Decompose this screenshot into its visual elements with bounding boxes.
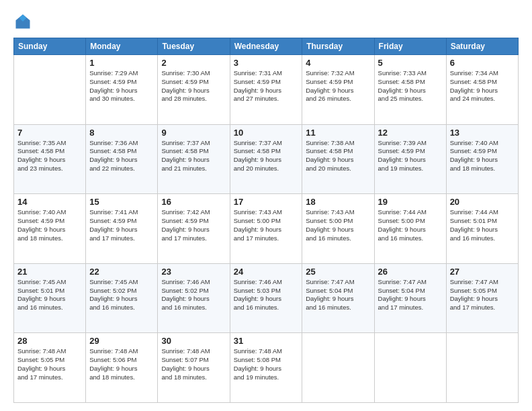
day-number: 10 xyxy=(234,128,299,138)
day-number: 25 xyxy=(306,267,370,277)
header-row: SundayMondayTuesdayWednesdayThursdayFrid… xyxy=(14,38,519,55)
day-number: 15 xyxy=(89,197,154,207)
day-number: 20 xyxy=(450,197,515,207)
day-info: Sunrise: 7:40 AM Sunset: 4:59 PM Dayligh… xyxy=(450,139,515,173)
day-cell: 2Sunrise: 7:30 AM Sunset: 4:59 PM Daylig… xyxy=(158,55,230,125)
day-info: Sunrise: 7:47 AM Sunset: 5:04 PM Dayligh… xyxy=(378,278,443,312)
day-cell: 23Sunrise: 7:46 AM Sunset: 5:02 PM Dayli… xyxy=(158,263,230,333)
day-cell: 26Sunrise: 7:47 AM Sunset: 5:04 PM Dayli… xyxy=(374,263,446,333)
day-info: Sunrise: 7:36 AM Sunset: 4:58 PM Dayligh… xyxy=(89,139,154,173)
day-number: 28 xyxy=(17,336,82,346)
day-number: 27 xyxy=(450,267,515,277)
week-row-4: 21Sunrise: 7:45 AM Sunset: 5:01 PM Dayli… xyxy=(14,263,519,333)
day-info: Sunrise: 7:48 AM Sunset: 5:07 PM Dayligh… xyxy=(161,347,226,381)
column-header-tuesday: Tuesday xyxy=(158,38,230,55)
day-info: Sunrise: 7:48 AM Sunset: 5:08 PM Dayligh… xyxy=(234,347,299,381)
day-info: Sunrise: 7:40 AM Sunset: 4:59 PM Dayligh… xyxy=(17,208,82,242)
day-info: Sunrise: 7:47 AM Sunset: 5:05 PM Dayligh… xyxy=(450,278,515,312)
day-number: 9 xyxy=(161,128,226,138)
day-cell: 16Sunrise: 7:42 AM Sunset: 4:59 PM Dayli… xyxy=(158,194,230,264)
day-info: Sunrise: 7:33 AM Sunset: 4:58 PM Dayligh… xyxy=(378,69,443,103)
day-number: 30 xyxy=(161,336,226,346)
day-number: 18 xyxy=(306,197,370,207)
day-cell: 8Sunrise: 7:36 AM Sunset: 4:58 PM Daylig… xyxy=(86,124,158,194)
day-cell: 29Sunrise: 7:48 AM Sunset: 5:06 PM Dayli… xyxy=(86,333,158,403)
logo-icon xyxy=(13,12,32,31)
day-cell: 31Sunrise: 7:48 AM Sunset: 5:08 PM Dayli… xyxy=(230,333,302,403)
day-cell: 6Sunrise: 7:34 AM Sunset: 4:58 PM Daylig… xyxy=(446,55,518,125)
header xyxy=(13,12,519,31)
day-cell: 21Sunrise: 7:45 AM Sunset: 5:01 PM Dayli… xyxy=(14,263,86,333)
day-cell: 22Sunrise: 7:45 AM Sunset: 5:02 PM Dayli… xyxy=(86,263,158,333)
day-info: Sunrise: 7:47 AM Sunset: 5:04 PM Dayligh… xyxy=(306,278,370,312)
day-number: 31 xyxy=(234,336,299,346)
day-info: Sunrise: 7:32 AM Sunset: 4:59 PM Dayligh… xyxy=(306,69,370,103)
week-row-1: 1Sunrise: 7:29 AM Sunset: 4:59 PM Daylig… xyxy=(14,55,519,125)
column-header-monday: Monday xyxy=(86,38,158,55)
day-cell: 3Sunrise: 7:31 AM Sunset: 4:59 PM Daylig… xyxy=(230,55,302,125)
day-cell xyxy=(14,55,86,125)
day-info: Sunrise: 7:44 AM Sunset: 5:01 PM Dayligh… xyxy=(450,208,515,242)
day-info: Sunrise: 7:29 AM Sunset: 4:59 PM Dayligh… xyxy=(89,69,154,103)
day-cell: 14Sunrise: 7:40 AM Sunset: 4:59 PM Dayli… xyxy=(14,194,86,264)
week-row-5: 28Sunrise: 7:48 AM Sunset: 5:05 PM Dayli… xyxy=(14,333,519,403)
day-info: Sunrise: 7:38 AM Sunset: 4:58 PM Dayligh… xyxy=(306,139,370,173)
day-number: 19 xyxy=(378,197,443,207)
day-cell: 30Sunrise: 7:48 AM Sunset: 5:07 PM Dayli… xyxy=(158,333,230,403)
column-header-sunday: Sunday xyxy=(14,38,86,55)
day-number: 3 xyxy=(234,58,299,68)
day-info: Sunrise: 7:41 AM Sunset: 4:59 PM Dayligh… xyxy=(89,208,154,242)
day-number: 22 xyxy=(89,267,154,277)
day-cell: 25Sunrise: 7:47 AM Sunset: 5:04 PM Dayli… xyxy=(302,263,374,333)
day-number: 29 xyxy=(89,336,154,346)
week-row-2: 7Sunrise: 7:35 AM Sunset: 4:58 PM Daylig… xyxy=(14,124,519,194)
day-number: 21 xyxy=(17,267,82,277)
day-info: Sunrise: 7:45 AM Sunset: 5:01 PM Dayligh… xyxy=(17,278,82,312)
day-info: Sunrise: 7:30 AM Sunset: 4:59 PM Dayligh… xyxy=(161,69,226,103)
day-cell: 27Sunrise: 7:47 AM Sunset: 5:05 PM Dayli… xyxy=(446,263,518,333)
day-cell: 7Sunrise: 7:35 AM Sunset: 4:58 PM Daylig… xyxy=(14,124,86,194)
day-cell xyxy=(374,333,446,403)
day-cell: 20Sunrise: 7:44 AM Sunset: 5:01 PM Dayli… xyxy=(446,194,518,264)
day-cell: 18Sunrise: 7:43 AM Sunset: 5:00 PM Dayli… xyxy=(302,194,374,264)
week-row-3: 14Sunrise: 7:40 AM Sunset: 4:59 PM Dayli… xyxy=(14,194,519,264)
column-header-wednesday: Wednesday xyxy=(230,38,302,55)
day-cell: 28Sunrise: 7:48 AM Sunset: 5:05 PM Dayli… xyxy=(14,333,86,403)
day-number: 8 xyxy=(89,128,154,138)
calendar: SundayMondayTuesdayWednesdayThursdayFrid… xyxy=(13,38,519,403)
day-info: Sunrise: 7:43 AM Sunset: 5:00 PM Dayligh… xyxy=(306,208,370,242)
day-cell xyxy=(446,333,518,403)
day-number: 23 xyxy=(161,267,226,277)
day-number: 16 xyxy=(161,197,226,207)
day-number: 7 xyxy=(17,128,82,138)
column-header-thursday: Thursday xyxy=(302,38,374,55)
day-number: 24 xyxy=(234,267,299,277)
day-number: 12 xyxy=(378,128,443,138)
logo xyxy=(13,12,35,31)
column-header-saturday: Saturday xyxy=(446,38,518,55)
day-cell: 17Sunrise: 7:43 AM Sunset: 5:00 PM Dayli… xyxy=(230,194,302,264)
day-number: 4 xyxy=(306,58,370,68)
day-info: Sunrise: 7:44 AM Sunset: 5:00 PM Dayligh… xyxy=(378,208,443,242)
day-info: Sunrise: 7:43 AM Sunset: 5:00 PM Dayligh… xyxy=(234,208,299,242)
day-cell: 19Sunrise: 7:44 AM Sunset: 5:00 PM Dayli… xyxy=(374,194,446,264)
day-number: 1 xyxy=(89,58,154,68)
day-info: Sunrise: 7:45 AM Sunset: 5:02 PM Dayligh… xyxy=(89,278,154,312)
day-number: 17 xyxy=(234,197,299,207)
day-cell: 9Sunrise: 7:37 AM Sunset: 4:58 PM Daylig… xyxy=(158,124,230,194)
day-info: Sunrise: 7:31 AM Sunset: 4:59 PM Dayligh… xyxy=(234,69,299,103)
day-info: Sunrise: 7:46 AM Sunset: 5:02 PM Dayligh… xyxy=(161,278,226,312)
day-cell: 11Sunrise: 7:38 AM Sunset: 4:58 PM Dayli… xyxy=(302,124,374,194)
day-cell: 1Sunrise: 7:29 AM Sunset: 4:59 PM Daylig… xyxy=(86,55,158,125)
day-info: Sunrise: 7:37 AM Sunset: 4:58 PM Dayligh… xyxy=(234,139,299,173)
day-info: Sunrise: 7:39 AM Sunset: 4:59 PM Dayligh… xyxy=(378,139,443,173)
day-cell: 10Sunrise: 7:37 AM Sunset: 4:58 PM Dayli… xyxy=(230,124,302,194)
day-number: 14 xyxy=(17,197,82,207)
day-number: 26 xyxy=(378,267,443,277)
day-number: 6 xyxy=(450,58,515,68)
day-info: Sunrise: 7:48 AM Sunset: 5:06 PM Dayligh… xyxy=(89,347,154,381)
day-cell: 5Sunrise: 7:33 AM Sunset: 4:58 PM Daylig… xyxy=(374,55,446,125)
day-cell xyxy=(302,333,374,403)
column-header-friday: Friday xyxy=(374,38,446,55)
day-cell: 13Sunrise: 7:40 AM Sunset: 4:59 PM Dayli… xyxy=(446,124,518,194)
